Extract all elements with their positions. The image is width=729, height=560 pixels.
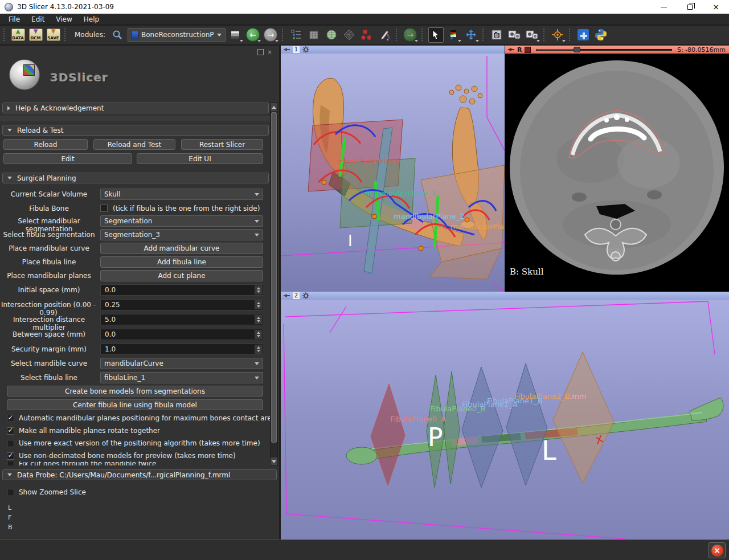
rotate-together-checkbox[interactable] bbox=[7, 427, 14, 435]
auto-positioning-checkbox[interactable] bbox=[7, 415, 14, 422]
module-forward-button[interactable]: → bbox=[263, 27, 279, 43]
dicom-button[interactable]: ▼DCM bbox=[28, 27, 43, 43]
threed-view-2[interactable]: 2 bbox=[281, 292, 729, 539]
axial-ct-slice[interactable] bbox=[505, 54, 729, 292]
checkbox-label: Fix cut goes through the mandible twice bbox=[19, 461, 156, 465]
annotations-icon[interactable] bbox=[377, 27, 392, 43]
add-fibula-line-button[interactable]: Add fibula line bbox=[100, 256, 263, 268]
panel-scrollbar[interactable] bbox=[270, 103, 278, 466]
current-scalar-volume-combo[interactable]: Skull bbox=[100, 189, 263, 200]
reload-and-test-button[interactable]: Reload and Test bbox=[93, 139, 175, 150]
slider-handle[interactable] bbox=[574, 47, 580, 52]
between-space-spinbox[interactable]: 0.0 bbox=[100, 329, 263, 340]
menu-edit[interactable]: Edit bbox=[26, 14, 50, 24]
pin-icon[interactable] bbox=[283, 47, 290, 52]
view-menu-icon[interactable] bbox=[302, 46, 309, 53]
toolbar-grip[interactable] bbox=[3, 28, 7, 41]
red-slice-view[interactable]: R S: -80.0516mm B: Skull bbox=[505, 46, 729, 292]
intersection-distance-spinbox[interactable]: 5.0 bbox=[100, 314, 263, 325]
mouse-interaction-icon[interactable] bbox=[428, 27, 444, 43]
toolbar-grip[interactable] bbox=[543, 28, 547, 41]
scrollbar-thumb[interactable] bbox=[271, 112, 277, 443]
module-selector-combo[interactable]: BoneReconstructionPlanner bbox=[128, 28, 226, 42]
show-zoomed-slice-checkbox[interactable] bbox=[7, 489, 14, 496]
scroll-down-button[interactable] bbox=[271, 457, 277, 465]
volume-rendering-icon[interactable] bbox=[342, 27, 357, 43]
menu-view[interactable]: View bbox=[51, 14, 77, 24]
intersection-position-spinbox[interactable]: 0.25 bbox=[100, 299, 263, 310]
reload-section-header[interactable]: Reload & Test bbox=[2, 125, 269, 136]
load-data-button[interactable]: ▲DATA bbox=[10, 27, 26, 43]
scene-view-restore-icon[interactable] bbox=[525, 27, 540, 43]
initial-space-spinbox[interactable]: 0.0 bbox=[100, 284, 263, 296]
combo-value: mandibularCurve bbox=[104, 359, 163, 367]
field-label: Place mandibular planes bbox=[0, 272, 98, 280]
extensions-manager-icon[interactable] bbox=[576, 27, 591, 43]
subject-hierarchy-icon[interactable] bbox=[289, 27, 304, 43]
data-probe-header[interactable]: Data Probe: C:/Users/Mau/Documents/f...r… bbox=[2, 469, 277, 480]
save-button[interactable]: ▼SAVE bbox=[46, 27, 61, 43]
create-bone-models-button[interactable]: Create bone models from segmentations bbox=[7, 386, 263, 397]
menu-file[interactable]: File bbox=[3, 14, 25, 24]
non-decimated-checkbox[interactable] bbox=[7, 452, 14, 460]
surgical-planning-header[interactable]: Surgical Planning bbox=[2, 173, 269, 183]
field-label: Place mandibular curve bbox=[0, 244, 98, 252]
slice-menu-icon[interactable] bbox=[525, 47, 531, 53]
crosshair-icon[interactable] bbox=[550, 27, 566, 43]
reload-button[interactable]: Reload bbox=[3, 139, 88, 150]
scroll-up-button[interactable] bbox=[271, 103, 277, 111]
minimize-button[interactable] bbox=[650, 0, 677, 14]
fibula-segmentation-combo[interactable]: Segmentation_3 bbox=[100, 229, 263, 240]
module-history-icon[interactable] bbox=[228, 27, 243, 43]
markups-icon[interactable] bbox=[359, 27, 375, 43]
screenshot-icon[interactable] bbox=[489, 27, 505, 43]
chevron-down-icon bbox=[255, 234, 259, 236]
restart-slicer-button[interactable]: Restart Slicer bbox=[181, 139, 263, 150]
background-volume-label: B: Skull bbox=[510, 267, 543, 277]
edit-ui-button[interactable]: Edit UI bbox=[137, 153, 263, 164]
fibula-bone-checkbox[interactable] bbox=[100, 205, 108, 212]
crop-volume-icon[interactable] bbox=[306, 27, 322, 43]
add-mandibular-curve-button[interactable]: Add mandibular curve bbox=[100, 243, 263, 254]
restore-button[interactable] bbox=[677, 0, 703, 14]
toolbar-grip[interactable] bbox=[482, 28, 486, 41]
add-cut-plane-button[interactable]: Add cut plane bbox=[100, 270, 263, 281]
close-button[interactable]: × bbox=[703, 0, 729, 14]
toolbar-grip[interactable] bbox=[64, 28, 68, 41]
module-back-button[interactable]: ← bbox=[245, 27, 261, 43]
toolbar-grip[interactable] bbox=[282, 28, 285, 41]
slice-offset-slider[interactable] bbox=[536, 47, 671, 52]
mandibular-segmentation-combo[interactable]: Segmentation bbox=[100, 215, 263, 227]
window-level-icon[interactable] bbox=[446, 27, 461, 43]
pin-icon[interactable] bbox=[283, 293, 290, 298]
edit-button[interactable]: Edit bbox=[3, 153, 132, 164]
view-menu-icon[interactable] bbox=[302, 292, 309, 299]
pin-icon[interactable] bbox=[507, 47, 514, 52]
panel-close-icon[interactable]: × bbox=[267, 49, 273, 55]
mandible-curve-combo[interactable]: mandibularCurve bbox=[100, 358, 263, 369]
panel-popup-icon[interactable] bbox=[257, 49, 264, 55]
error-log-button[interactable]: × bbox=[708, 542, 726, 558]
modules-label: Modules: bbox=[75, 31, 105, 39]
orientation-marker-p: P bbox=[428, 423, 443, 452]
toolbar-grip[interactable] bbox=[569, 28, 572, 41]
module-search-icon[interactable] bbox=[110, 27, 125, 43]
clipped-checkbox[interactable] bbox=[7, 461, 14, 465]
help-section-header[interactable]: Help & Acknowledgement bbox=[2, 103, 269, 113]
collapsed-arrow-icon bbox=[7, 106, 10, 111]
toolbar-grip[interactable] bbox=[396, 28, 399, 41]
security-margin-spinbox[interactable]: 1.0 bbox=[100, 344, 263, 355]
apply-arrow-icon[interactable]: → bbox=[403, 27, 418, 43]
python-console-icon[interactable] bbox=[593, 27, 609, 43]
center-fibula-line-button[interactable]: Center fibula line using fibula model bbox=[7, 399, 263, 410]
transform-icon[interactable] bbox=[464, 27, 479, 43]
menu-help[interactable]: Help bbox=[79, 14, 104, 24]
segmentation-icon[interactable] bbox=[324, 27, 339, 43]
fibula-line-combo[interactable]: fibulaLine_1 bbox=[100, 372, 263, 383]
toolbar-grip[interactable] bbox=[421, 28, 425, 41]
fibula-3d-scene[interactable] bbox=[281, 300, 729, 539]
threed-view-1[interactable]: 1 bbox=[281, 46, 505, 292]
mandible-3d-scene[interactable] bbox=[281, 54, 505, 292]
scene-view-record-icon[interactable] bbox=[507, 27, 522, 43]
exact-version-checkbox[interactable] bbox=[7, 440, 14, 447]
